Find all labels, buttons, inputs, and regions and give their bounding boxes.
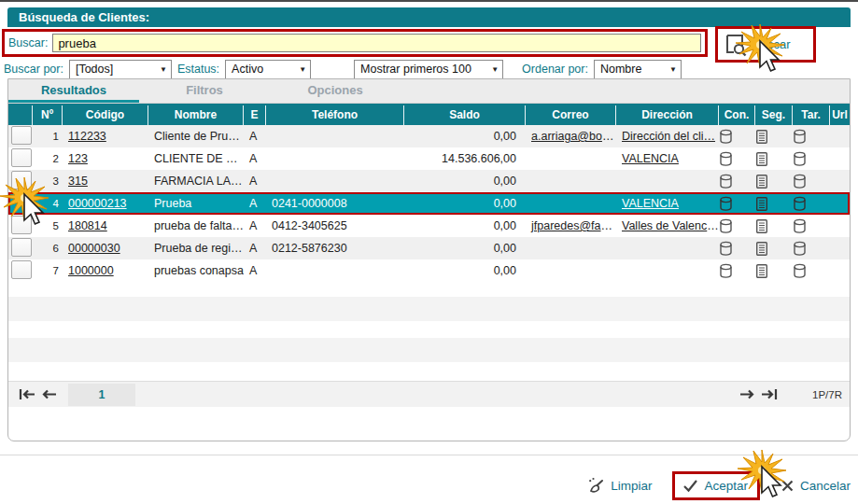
database-icon[interactable] xyxy=(719,263,755,279)
first-page-button[interactable] xyxy=(16,385,38,404)
telefono-cell: 0212-5876230 xyxy=(266,242,404,255)
window-top-edge xyxy=(0,0,858,2)
codigo-link[interactable]: 123 xyxy=(68,152,88,165)
col-e: E xyxy=(244,105,266,125)
broom-icon xyxy=(586,476,605,495)
col-saldo: Saldo xyxy=(404,105,526,125)
direccion-link[interactable]: VALENCIA xyxy=(622,152,679,165)
database-icon[interactable] xyxy=(719,129,755,145)
table-row[interactable]: 1 112233 Cliente de Prueb… A 0,00 a.arri… xyxy=(8,125,850,147)
tab-resultados[interactable]: Resultados xyxy=(8,79,139,103)
aceptar-button[interactable]: Aceptar xyxy=(672,471,760,500)
estatus-cell: A xyxy=(244,130,266,143)
search-row: Buscar: xyxy=(2,29,708,57)
table-row[interactable]: 5 180814 prueba de faltan… A 0412-340562… xyxy=(8,215,850,237)
document-icon[interactable] xyxy=(755,174,793,189)
mostrar-value: Mostrar primeros 100 xyxy=(360,63,471,76)
empty-row xyxy=(8,321,850,338)
nombre-cell: Prueba de regist… xyxy=(148,242,244,255)
last-page-button[interactable] xyxy=(758,385,781,404)
database-icon[interactable] xyxy=(793,218,830,234)
saldo-cell: 0,00 xyxy=(404,175,526,188)
saldo-cell: 0,00 xyxy=(404,264,526,277)
direccion-link[interactable]: VALENCIA xyxy=(622,197,679,210)
filter-row: Buscar por: [Todos] ▼ Estatus: Activo ▼ … xyxy=(4,58,853,80)
buscar-por-label: Buscar por: xyxy=(4,63,63,76)
chevron-down-icon: ▼ xyxy=(491,65,499,74)
cancelar-button[interactable]: Cancelar xyxy=(781,479,851,493)
prev-page-button[interactable] xyxy=(38,385,61,404)
document-icon[interactable] xyxy=(755,196,793,212)
row-number: 3 xyxy=(33,175,63,187)
col-correo: Correo xyxy=(526,105,616,125)
database-icon[interactable] xyxy=(793,263,830,279)
document-icon[interactable] xyxy=(755,218,793,234)
results-panel: Resultados Filtros Opciones Nº Código No… xyxy=(7,78,851,441)
database-icon[interactable] xyxy=(719,196,755,212)
row-checkbox[interactable] xyxy=(11,216,32,234)
search-input[interactable] xyxy=(52,34,701,52)
table-row[interactable]: 2 123 CLIENTE DE PR… A 14.536.606,00 VAL… xyxy=(8,147,850,170)
codigo-link[interactable]: 00000030 xyxy=(68,242,120,255)
tab-opciones[interactable]: Opciones xyxy=(270,79,401,103)
row-checkbox[interactable] xyxy=(11,148,32,167)
row-number: 4 xyxy=(33,198,63,209)
tab-bar: Resultados Filtros Opciones xyxy=(8,79,850,104)
col-nombre: Nombre xyxy=(148,105,244,125)
buscar-por-value: [Todos] xyxy=(76,63,113,76)
pagination-bar: 1 1P/7R xyxy=(8,381,850,407)
database-icon[interactable] xyxy=(719,218,755,234)
database-icon[interactable] xyxy=(793,174,830,189)
document-icon[interactable] xyxy=(755,263,793,279)
correo-link[interactable]: a.arriaga@bolsa… xyxy=(531,130,616,143)
row-checkbox[interactable] xyxy=(11,171,32,189)
saldo-cell: 0,00 xyxy=(404,197,526,210)
codigo-link[interactable]: 000000213 xyxy=(68,197,127,210)
correo-link[interactable]: jfparedes@facto… xyxy=(531,219,616,232)
document-icon[interactable] xyxy=(755,151,793,167)
page-magnifier-icon xyxy=(724,33,748,57)
codigo-link[interactable]: 112233 xyxy=(68,130,106,143)
codigo-link[interactable]: 1000000 xyxy=(68,264,114,277)
direccion-link[interactable]: Valles de Valenci… xyxy=(622,219,719,232)
direccion-link[interactable]: Dirección del cli… xyxy=(622,130,715,143)
ordenar-por-select[interactable]: Nombre ▼ xyxy=(594,60,682,79)
current-page[interactable]: 1 xyxy=(68,384,135,406)
estatus-cell: A xyxy=(244,175,266,188)
database-icon[interactable] xyxy=(793,151,830,167)
saldo-cell: 0,00 xyxy=(404,219,526,232)
table-row[interactable]: 7 1000000 pruebas conapsa A 0,00 xyxy=(8,259,850,282)
table-row[interactable]: 3 315 FARMACIA LAS … A 0,00 xyxy=(8,170,850,192)
limpiar-button[interactable]: Limpiar xyxy=(586,476,652,495)
table-row[interactable]: 6 00000030 Prueba de regist… A 0212-5876… xyxy=(8,237,850,259)
database-icon[interactable] xyxy=(719,241,755,257)
saldo-cell: 14.536.606,00 xyxy=(404,152,526,165)
mostrar-primeros-select[interactable]: Mostrar primeros 100 ▼ xyxy=(354,60,503,79)
row-checkbox[interactable] xyxy=(11,126,32,145)
estatus-select[interactable]: Activo ▼ xyxy=(225,60,311,79)
tab-filtros[interactable]: Filtros xyxy=(139,79,270,103)
codigo-link[interactable]: 180814 xyxy=(68,219,107,232)
document-icon[interactable] xyxy=(755,241,793,257)
database-icon[interactable] xyxy=(793,129,830,145)
col-con: Con. xyxy=(719,105,755,125)
codigo-link[interactable]: 315 xyxy=(68,175,88,188)
database-icon[interactable] xyxy=(719,174,755,189)
cancelar-label: Cancelar xyxy=(800,479,851,493)
buscar-por-select[interactable]: [Todos] ▼ xyxy=(69,60,172,79)
table-row-selected[interactable]: 4 000000213 Prueba A 0241-0000008 0,00 V… xyxy=(8,192,850,215)
database-icon[interactable] xyxy=(793,196,830,212)
document-icon[interactable] xyxy=(755,129,793,145)
col-tar: Tar. xyxy=(793,105,830,125)
row-checkbox[interactable] xyxy=(11,238,32,257)
empty-row xyxy=(8,362,850,381)
estatus-cell: A xyxy=(244,152,266,165)
database-icon[interactable] xyxy=(719,151,755,167)
empty-row xyxy=(8,282,850,297)
nombre-cell: CLIENTE DE PR… xyxy=(148,152,244,165)
search-label: Buscar: xyxy=(8,36,48,49)
row-checkbox[interactable] xyxy=(11,260,32,279)
next-page-button[interactable] xyxy=(736,385,758,404)
database-icon[interactable] xyxy=(793,241,830,257)
saldo-cell: 0,00 xyxy=(404,242,526,255)
